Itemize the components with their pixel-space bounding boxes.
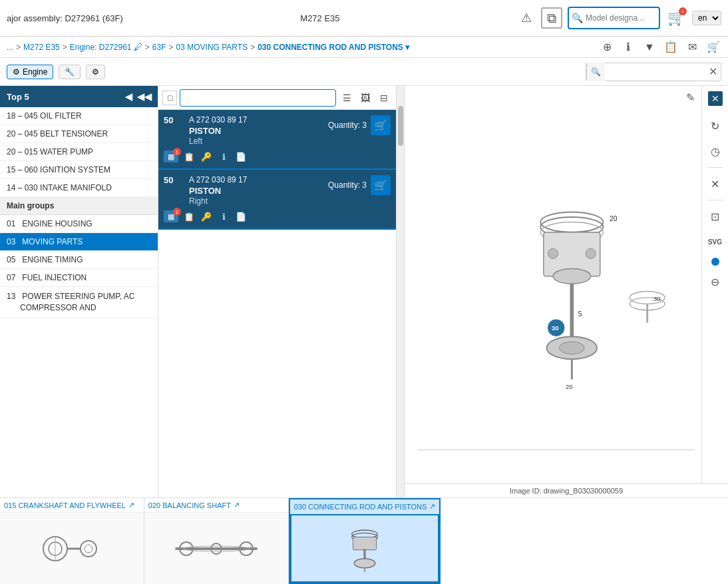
part-2-qty-label: Quantity: 3: [328, 180, 367, 190]
parts-scroll-thumb[interactable]: [398, 106, 403, 146]
balancing-ext-icon: ↗: [234, 501, 240, 509]
mail-icon[interactable]: ✉: [684, 39, 700, 55]
part-1-info-icon[interactable]: ℹ: [217, 150, 230, 163]
alert-icon[interactable]: ⚠: [517, 9, 536, 27]
toolbar-search-close[interactable]: ✕: [705, 64, 721, 80]
rt-svg-label[interactable]: SVG: [706, 232, 725, 251]
part-1-name: PISTON: [189, 126, 328, 136]
toolbar: ⚙ Engine 🔧 ⚙ 🔍 ✕: [0, 58, 728, 86]
report-icon[interactable]: 📋: [663, 39, 679, 55]
engine-button[interactable]: ⚙ Engine: [7, 65, 53, 79]
wrench-icon: 🔧: [65, 67, 75, 77]
engine-icon: ⚙: [13, 67, 20, 77]
thumb-balancing-img[interactable]: [144, 513, 288, 584]
sidebar-item-moving-parts[interactable]: 03 MOVING PARTS: [0, 233, 158, 251]
language-select[interactable]: en de fr: [692, 11, 721, 25]
part-2-doc-icon[interactable]: 📋: [182, 210, 196, 223]
breadcrumb-ellipsis[interactable]: ...: [7, 43, 13, 52]
part-2-pos-number: 50: [164, 175, 184, 185]
list-view-icon[interactable]: ☰: [339, 90, 355, 106]
crankshaft-thumbnail-svg: [42, 525, 102, 572]
parts-scrollbar[interactable]: [397, 86, 405, 497]
part-1-grid-icon[interactable]: ▦ 1: [164, 150, 178, 162]
diagram-svg: 20 5 20 30: [427, 172, 679, 398]
part-2-grid-icon[interactable]: ▦ 1: [164, 210, 178, 222]
rt-zoom-out-icon[interactable]: ⊖: [706, 272, 725, 291]
thumb-balancing-label[interactable]: 020 BALANCING SHAFT ↗: [144, 498, 288, 513]
part-1-icons: ▦ 1 📋 🔑 ℹ 📄: [164, 150, 391, 163]
sidebar-item-power-steering[interactable]: 13 POWER STEERING PUMP, AC COMPRESSOR AN…: [0, 287, 158, 318]
svg-point-35: [354, 558, 375, 567]
filter-icon[interactable]: ▼: [641, 39, 657, 55]
part-1-key-icon[interactable]: 🔑: [200, 150, 213, 163]
part-2-info-icon[interactable]: ℹ: [217, 210, 230, 223]
zoom-in-icon[interactable]: ⊕: [599, 39, 615, 55]
svg-point-5: [586, 248, 596, 258]
sidebar-item-belt-tensioner[interactable]: 20 – 045 BELT TENSIONER: [0, 125, 158, 143]
part-2-cart-button[interactable]: 🛒: [371, 175, 391, 195]
image-view-icon[interactable]: 🖼: [357, 90, 373, 106]
part-item-1-header: 50 A 272 030 89 17 PISTON Left Quantity:…: [164, 115, 391, 146]
gear-button[interactable]: ⚙: [86, 65, 105, 79]
part-2-number: A 272 030 89 17: [189, 175, 328, 184]
breadcrumb-current[interactable]: 030 CONNECTING ROD AND PISTONS ▾: [258, 43, 409, 52]
sidebar-item-oil-filter[interactable]: 18 – 045 OIL FILTER: [0, 107, 158, 125]
svg-point-10: [559, 342, 584, 354]
part-1-qty-label: Quantity: 3: [328, 121, 367, 130]
copy-icon[interactable]: ⧉: [541, 7, 562, 29]
thumb-balancing[interactable]: 020 BALANCING SHAFT ↗: [144, 498, 289, 584]
toolbar-search[interactable]: 🔍 ✕: [586, 63, 721, 81]
part-1-doc-icon[interactable]: 📋: [182, 150, 196, 163]
thumbnails-bar: 015 CRANKSHAFT AND FLYWHEEL ↗ 020 BALANC…: [0, 497, 728, 584]
thumb-crankshaft[interactable]: 015 CRANKSHAFT AND FLYWHEEL ↗: [0, 498, 144, 584]
sidebar-item-engine-timing[interactable]: 05 ENGINE TIMING: [0, 251, 158, 269]
breadcrumb-63f[interactable]: 63F: [152, 43, 166, 52]
svg-text:20: 20: [610, 214, 618, 222]
part-item-2-header: 50 A 272 030 89 17 PISTON Right Quantity…: [164, 175, 391, 206]
part-2-key-icon[interactable]: 🔑: [200, 210, 213, 223]
main-groups-label: Main groups: [0, 197, 158, 215]
rt-history-icon[interactable]: ◷: [706, 142, 725, 160]
diagram-close-button[interactable]: ✕: [708, 91, 723, 106]
model-search-box[interactable]: 🔍: [568, 7, 660, 29]
cart-icon[interactable]: 🛒 +: [665, 7, 687, 29]
wrench-button[interactable]: 🔧: [59, 65, 81, 79]
collapse-icon[interactable]: ◀: [122, 90, 135, 103]
svg-point-8: [553, 268, 591, 284]
thumb-connecting-rod-img[interactable]: [290, 514, 440, 583]
parts-filter-input[interactable]: [180, 89, 336, 107]
sidebar-item-intake[interactable]: 14 – 030 INTAKE MANIFOLD: [0, 179, 158, 197]
split-view-icon[interactable]: ⊟: [376, 90, 392, 106]
sidebar-item-ignition[interactable]: 15 – 060 IGNITION SYSTEM: [0, 161, 158, 179]
breadcrumb-engine[interactable]: Engine: D272961 🖊: [70, 42, 142, 52]
svg-rect-33: [353, 537, 376, 549]
sidebar-header-icons: ◀ ◀◀: [122, 90, 151, 103]
part-1-extra-icon[interactable]: 📄: [234, 150, 248, 163]
assembly-label: ajor assembly: D272961 (63F): [7, 13, 123, 23]
shop-icon[interactable]: 🛒: [705, 39, 721, 55]
sidebar-item-engine-housing[interactable]: 01 ENGINE HOUSING: [0, 215, 158, 233]
toolbar-search-input[interactable]: [605, 66, 705, 78]
part-2-extra-icon[interactable]: 📄: [234, 210, 248, 223]
model-search-input[interactable]: [583, 12, 656, 24]
rt-measure-icon[interactable]: ✕: [706, 174, 725, 193]
thumb-crankshaft-img[interactable]: [0, 513, 144, 584]
breadcrumb-m272[interactable]: M272 E35: [23, 43, 60, 52]
sidebar-item-water-pump[interactable]: 20 – 015 WATER PUMP: [0, 143, 158, 161]
right-toolbar: ⊕ ↻ ◷ ✕ ⊡ SVG ⊖: [701, 86, 728, 483]
thumb-crankshaft-label[interactable]: 015 CRANKSHAFT AND FLYWHEEL ↗: [0, 498, 144, 513]
thumb-connecting-rod-label[interactable]: 030 CONNECTING ROD AND PISTONS ↗: [290, 499, 440, 514]
part-1-number: A 272 030 89 17: [189, 115, 328, 125]
sidebar-item-fuel-injection[interactable]: 07 FUEL INJECTION: [0, 269, 158, 287]
image-id-bar: Image ID: drawing_B03030000059: [405, 483, 728, 497]
rt-zoom-area-icon[interactable]: ⊡: [706, 207, 725, 226]
toolbar-search-icon[interactable]: 🔍: [586, 63, 605, 81]
thumbnail-toggle[interactable]: ▢: [162, 91, 177, 105]
breadcrumb-moving-parts[interactable]: 03 MOVING PARTS: [176, 43, 248, 52]
thumb-connecting-rod[interactable]: 030 CONNECTING ROD AND PISTONS ↗: [289, 498, 441, 584]
rt-rotate-icon[interactable]: ↻: [706, 117, 725, 135]
collapse-all-icon[interactable]: ◀◀: [138, 90, 151, 103]
info-icon[interactable]: ℹ: [620, 39, 636, 55]
part-1-cart-button[interactable]: 🛒: [371, 115, 391, 135]
diagram-divider: [418, 449, 695, 450]
